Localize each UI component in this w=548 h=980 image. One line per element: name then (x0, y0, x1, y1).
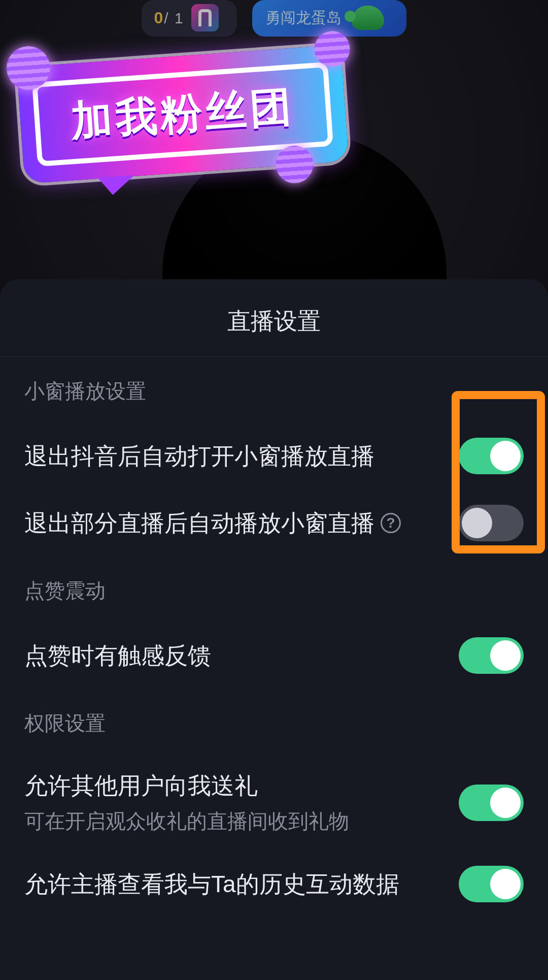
turtle-icon (352, 6, 384, 30)
live-settings-sheet: 直播设置 小窗播放设置 退出抖音后自动打开小窗播放直播 退出部分直播后自动播放小… (0, 279, 548, 980)
toggle-exit-app-pip[interactable] (459, 438, 524, 474)
counter-den: / 1 (164, 10, 184, 26)
game-name: 勇闯龙蛋岛 (265, 8, 341, 28)
toggle-like-haptic[interactable] (459, 637, 524, 674)
hud-top-bar: 0/ 1 勇闯龙蛋岛 (0, 0, 548, 37)
row-allow-history-view: 允许主播查看我与Ta的历史互动数据 (24, 851, 524, 918)
row-label: 允许其他用户向我送礼 (24, 770, 443, 801)
section-header-permission: 权限设置 (24, 709, 524, 737)
row-sublabel: 可在开启观众收礼的直播间收到礼物 (24, 807, 443, 835)
section-header-pip: 小窗播放设置 (24, 377, 524, 405)
fanclub-banner-text: 加我粉丝团 (55, 78, 310, 151)
row-label: 允许主播查看我与Ta的历史互动数据 (24, 868, 443, 900)
fanclub-banner[interactable]: 加我粉丝团 (17, 45, 349, 184)
row-allow-gifts: 允许其他用户向我送礼 可在开启观众收礼的直播间收到礼物 (24, 755, 524, 851)
sheet-title: 直播设置 (0, 295, 548, 357)
section-permission: 权限设置 允许其他用户向我送礼 可在开启观众收礼的直播间收到礼物 允许主播查看我… (0, 689, 548, 918)
row-label: 退出抖音后自动打开小窗播放直播 (24, 440, 443, 472)
music-icon (191, 4, 219, 31)
section-pip: 小窗播放设置 退出抖音后自动打开小窗播放直播 退出部分直播后自动播放小窗直播 ? (0, 357, 548, 557)
toggle-allow-gifts[interactable] (459, 785, 524, 821)
section-header-haptic: 点赞震动 (24, 577, 524, 605)
row-like-haptic: 点赞时有触感反馈 (24, 622, 524, 689)
counter-num: 0 (154, 9, 164, 27)
row-label: 点赞时有触感反馈 (24, 640, 443, 671)
counter-pill[interactable]: 0/ 1 (142, 0, 236, 37)
row-exit-app-pip: 退出抖音后自动打开小窗播放直播 (24, 422, 524, 489)
section-haptic: 点赞震动 点赞时有触感反馈 (0, 557, 548, 689)
row-label: 退出部分直播后自动播放小窗直播 ? (24, 507, 443, 539)
toggle-exit-room-pip[interactable] (459, 505, 524, 541)
help-icon[interactable]: ? (381, 513, 401, 533)
row-exit-room-pip: 退出部分直播后自动播放小窗直播 ? (24, 489, 524, 557)
toggle-allow-history-view[interactable] (459, 866, 524, 902)
